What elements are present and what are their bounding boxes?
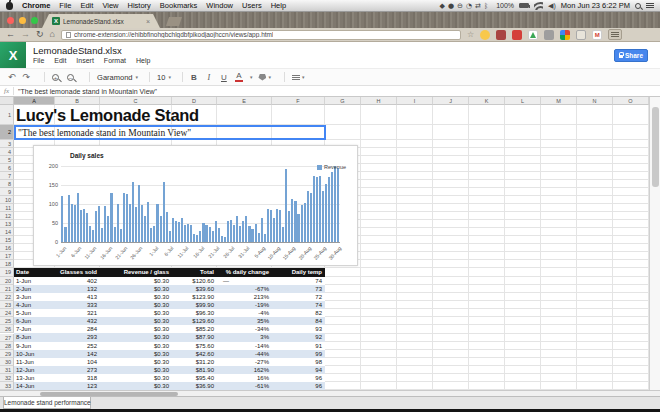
table-cell[interactable]: $0.30 xyxy=(100,333,172,341)
row-header-32[interactable]: 32 xyxy=(0,374,14,382)
vertical-scrollbar[interactable] xyxy=(649,97,660,390)
formula-input[interactable]: "The best lemonade stand in Mountain Vie… xyxy=(14,88,660,95)
extension-icon[interactable] xyxy=(496,30,506,40)
table-cell[interactable]: 99 xyxy=(272,350,325,358)
app-menu-edit[interactable]: Edit xyxy=(54,57,66,64)
row-header-24[interactable]: 24 xyxy=(0,309,14,317)
column-header-C[interactable]: C xyxy=(100,97,172,105)
table-cell[interactable]: 162% xyxy=(217,366,272,374)
row-header-14[interactable]: 14 xyxy=(0,228,14,236)
column-header-M[interactable]: M xyxy=(541,97,577,105)
row-header-20[interactable]: 20 xyxy=(0,277,14,285)
reload-button[interactable]: ↻ xyxy=(36,30,44,39)
table-cell[interactable]: $0.30 xyxy=(100,382,172,390)
battery-icon[interactable] xyxy=(519,3,529,8)
table-cell[interactable]: 11-Jun xyxy=(14,358,55,366)
table-cell[interactable]: 82 xyxy=(272,309,325,317)
row-header-25[interactable]: 25 xyxy=(0,317,14,325)
table-cell[interactable]: $0.30 xyxy=(100,358,172,366)
row-header-17[interactable]: 17 xyxy=(0,252,14,260)
borders-button[interactable] xyxy=(292,75,300,80)
back-button[interactable]: ← xyxy=(6,30,15,39)
table-cell[interactable]: 6-Jun xyxy=(14,317,55,325)
table-cell[interactable]: 333 xyxy=(55,301,100,309)
table-cell[interactable]: 13-Jun xyxy=(14,374,55,382)
font-size-dropdown[interactable]: 10 ▾ xyxy=(157,73,171,82)
table-row[interactable]: 5-Jun321$0.30$96.30-4%82 xyxy=(14,309,325,317)
table-cell[interactable]: $0.30 xyxy=(100,342,172,350)
table-cell[interactable]: $87.90 xyxy=(172,333,217,341)
table-cell[interactable]: 3-Jun xyxy=(14,293,55,301)
column-header-N[interactable]: N xyxy=(577,97,613,105)
table-cell[interactable]: 96 xyxy=(272,374,325,382)
browser-tab-active[interactable]: X LemonadeStand.xlsx × xyxy=(42,14,160,28)
table-cell[interactable]: $95.40 xyxy=(172,374,217,382)
extension-icon-drive[interactable] xyxy=(528,30,538,40)
row-header-8[interactable]: 8 xyxy=(0,180,14,188)
table-cell[interactable]: $0.30 xyxy=(100,366,172,374)
volume-icon[interactable]: ◀) xyxy=(548,2,556,10)
row-header-7[interactable]: 7 xyxy=(0,172,14,180)
text-color-button[interactable]: A xyxy=(235,72,243,82)
row-header-21[interactable]: 21 xyxy=(0,285,14,293)
table-cell[interactable]: $99.90 xyxy=(172,301,217,309)
table-cell[interactable]: $85.20 xyxy=(172,325,217,333)
table-cell[interactable]: $96.30 xyxy=(172,309,217,317)
column-header-L[interactable]: L xyxy=(505,97,541,105)
table-cell[interactable]: 432 xyxy=(55,317,100,325)
table-cell[interactable]: $36.90 xyxy=(172,382,217,390)
extension-icon[interactable] xyxy=(512,30,522,40)
table-row[interactable]: 8-Jun293$0.30$87.903%92 xyxy=(14,333,325,341)
sheet-tab-active[interactable]: Lemonade stand performance xyxy=(3,397,91,409)
table-cell[interactable]: $123.90 xyxy=(172,293,217,301)
table-cell[interactable]: $0.30 xyxy=(100,374,172,382)
table-cell[interactable]: 12-Jun xyxy=(14,366,55,374)
menubar-clock[interactable]: Mon Jun 23 6:22 PM xyxy=(561,1,630,10)
table-cell[interactable]: 104 xyxy=(55,358,100,366)
table-cell[interactable]: $0.30 xyxy=(100,293,172,301)
table-cell[interactable]: $0.30 xyxy=(100,301,172,309)
table-cell[interactable]: $0.30 xyxy=(100,309,172,317)
row-header-33[interactable]: 33 xyxy=(0,382,14,390)
row-header-26[interactable]: 26 xyxy=(0,325,14,333)
fill-color-button[interactable] xyxy=(258,74,266,81)
data-table[interactable]: DateGlasses soldRevenue / glassTotal% da… xyxy=(14,268,325,390)
status-icon[interactable]: ◆ xyxy=(440,2,445,10)
table-cell[interactable]: — xyxy=(217,277,272,285)
table-cell[interactable]: $0.30 xyxy=(100,325,172,333)
row-header-10[interactable]: 10 xyxy=(0,196,14,204)
app-menu-file[interactable]: File xyxy=(33,57,44,64)
menubar-item-view[interactable]: View xyxy=(102,1,118,10)
table-cell[interactable]: $0.30 xyxy=(100,277,172,285)
row-header-6[interactable]: 6 xyxy=(0,164,14,172)
table-row[interactable]: 2-Jun132$0.30$39.60-67%73 xyxy=(14,285,325,293)
cell-a1-title[interactable]: Lucy's Lemonade Stand xyxy=(16,105,199,125)
app-menu-help[interactable]: Help xyxy=(136,57,150,64)
status-icon[interactable]: ⇄ xyxy=(475,2,481,10)
menubar-item-file[interactable]: File xyxy=(59,1,71,10)
table-cell[interactable]: 4-Jun xyxy=(14,301,55,309)
vertical-scrollbar-thumb[interactable] xyxy=(652,107,659,187)
bookmark-star-icon[interactable]: ☆ xyxy=(467,30,474,39)
row-header-11[interactable]: 11 xyxy=(0,204,14,212)
row-header-30[interactable]: 30 xyxy=(0,358,14,366)
zoom-in-button[interactable]: + xyxy=(52,74,59,81)
row-header-5[interactable]: 5 xyxy=(0,156,14,164)
table-cell[interactable]: $0.30 xyxy=(100,285,172,293)
table-cell[interactable]: 93 xyxy=(272,325,325,333)
app-menu-insert[interactable]: Insert xyxy=(76,57,94,64)
column-header-I[interactable]: I xyxy=(397,97,433,105)
table-cell[interactable]: 123 xyxy=(55,382,100,390)
table-cell[interactable]: 74 xyxy=(272,301,325,309)
window-zoom-button[interactable] xyxy=(31,17,38,24)
table-cell[interactable]: 94 xyxy=(272,366,325,374)
bold-button[interactable]: B xyxy=(190,73,198,82)
table-cell[interactable]: 402 xyxy=(55,277,100,285)
row-header-16[interactable]: 16 xyxy=(0,244,14,252)
table-row[interactable]: 11-Jun104$0.30$31.20-27%98 xyxy=(14,358,325,366)
row-header-2[interactable]: 2 xyxy=(0,125,14,140)
table-cell[interactable]: -67% xyxy=(217,285,272,293)
app-menu-format[interactable]: Format xyxy=(104,57,126,64)
table-cell[interactable]: -61% xyxy=(217,382,272,390)
column-header-E[interactable]: E xyxy=(217,97,272,105)
